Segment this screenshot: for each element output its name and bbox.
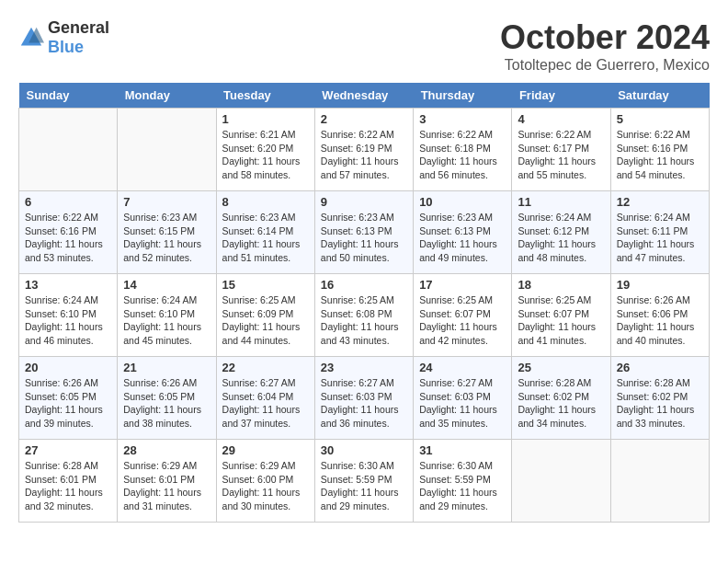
calendar-cell: 13Sunrise: 6:24 AMSunset: 6:10 PMDayligh… (19, 274, 118, 357)
calendar-week-2: 6Sunrise: 6:22 AMSunset: 6:16 PMDaylight… (19, 191, 710, 274)
page-header: General Blue October 2024 Totoltepec de … (18, 18, 710, 74)
day-number: 20 (25, 361, 111, 374)
calendar-cell: 28Sunrise: 6:29 AMSunset: 6:01 PMDayligh… (118, 440, 216, 523)
calendar-cell (512, 440, 610, 523)
cell-content: Sunrise: 6:24 AMSunset: 6:11 PMDaylight:… (617, 211, 703, 265)
calendar-cell: 20Sunrise: 6:26 AMSunset: 6:05 PMDayligh… (19, 357, 118, 440)
cell-content: Sunrise: 6:23 AMSunset: 6:14 PMDaylight:… (222, 211, 309, 265)
calendar-cell: 14Sunrise: 6:24 AMSunset: 6:10 PMDayligh… (118, 274, 216, 357)
cell-content: Sunrise: 6:27 AMSunset: 6:03 PMDaylight:… (321, 376, 407, 431)
location-title: Totoltepec de Guerrero, Mexico (500, 57, 710, 74)
calendar-cell: 18Sunrise: 6:25 AMSunset: 6:07 PMDayligh… (512, 274, 610, 357)
cell-content: Sunrise: 6:25 AMSunset: 6:07 PMDaylight:… (518, 293, 604, 348)
cell-content: Sunrise: 6:23 AMSunset: 6:13 PMDaylight:… (321, 211, 407, 265)
calendar-cell (19, 109, 118, 191)
day-number: 29 (222, 443, 309, 457)
day-number: 22 (222, 361, 309, 374)
cell-content: Sunrise: 6:26 AMSunset: 6:06 PMDaylight:… (617, 293, 703, 348)
day-number: 4 (518, 112, 604, 126)
calendar-cell: 25Sunrise: 6:28 AMSunset: 6:02 PMDayligh… (512, 357, 610, 440)
logo-general: General (48, 18, 109, 37)
calendar-cell: 29Sunrise: 6:29 AMSunset: 6:00 PMDayligh… (216, 440, 314, 523)
weekday-header-wednesday: Wednesday (314, 83, 413, 109)
weekday-header-saturday: Saturday (610, 83, 709, 109)
calendar-week-1: 1Sunrise: 6:21 AMSunset: 6:20 PMDaylight… (19, 109, 710, 191)
day-number: 8 (222, 195, 309, 209)
weekday-header-monday: Monday (118, 83, 216, 109)
calendar-week-3: 13Sunrise: 6:24 AMSunset: 6:10 PMDayligh… (19, 274, 710, 357)
logo-icon (18, 25, 44, 51)
weekday-header-sunday: Sunday (19, 83, 118, 109)
calendar-cell: 4Sunrise: 6:22 AMSunset: 6:17 PMDaylight… (512, 109, 610, 191)
cell-content: Sunrise: 6:28 AMSunset: 6:02 PMDaylight:… (518, 376, 604, 431)
day-number: 2 (321, 112, 407, 126)
logo: General Blue (18, 18, 109, 57)
weekday-header-tuesday: Tuesday (216, 83, 314, 109)
cell-content: Sunrise: 6:28 AMSunset: 6:02 PMDaylight:… (617, 376, 703, 431)
weekday-header-row: SundayMondayTuesdayWednesdayThursdayFrid… (19, 83, 710, 109)
calendar-cell: 9Sunrise: 6:23 AMSunset: 6:13 PMDaylight… (314, 191, 413, 274)
calendar-week-4: 20Sunrise: 6:26 AMSunset: 6:05 PMDayligh… (19, 357, 710, 440)
day-number: 28 (123, 443, 210, 457)
calendar-cell: 11Sunrise: 6:24 AMSunset: 6:12 PMDayligh… (512, 191, 610, 274)
day-number: 23 (321, 361, 407, 374)
day-number: 5 (617, 112, 703, 126)
calendar-cell (610, 440, 709, 523)
calendar-cell: 17Sunrise: 6:25 AMSunset: 6:07 PMDayligh… (414, 274, 512, 357)
day-number: 25 (518, 361, 604, 374)
cell-content: Sunrise: 6:26 AMSunset: 6:05 PMDaylight:… (123, 376, 210, 431)
calendar-cell: 5Sunrise: 6:22 AMSunset: 6:16 PMDaylight… (610, 109, 709, 191)
calendar-cell: 30Sunrise: 6:30 AMSunset: 5:59 PMDayligh… (314, 440, 413, 523)
day-number: 19 (617, 278, 703, 292)
cell-content: Sunrise: 6:28 AMSunset: 6:01 PMDaylight:… (25, 459, 111, 513)
day-number: 18 (518, 278, 604, 292)
cell-content: Sunrise: 6:27 AMSunset: 6:04 PMDaylight:… (222, 376, 309, 431)
calendar-cell: 16Sunrise: 6:25 AMSunset: 6:08 PMDayligh… (314, 274, 413, 357)
cell-content: Sunrise: 6:25 AMSunset: 6:08 PMDaylight:… (321, 293, 407, 348)
cell-content: Sunrise: 6:22 AMSunset: 6:16 PMDaylight:… (25, 211, 111, 265)
cell-content: Sunrise: 6:22 AMSunset: 6:18 PMDaylight:… (419, 128, 506, 182)
calendar-cell: 6Sunrise: 6:22 AMSunset: 6:16 PMDaylight… (19, 191, 118, 274)
cell-content: Sunrise: 6:29 AMSunset: 6:00 PMDaylight:… (222, 459, 309, 513)
calendar-cell: 24Sunrise: 6:27 AMSunset: 6:03 PMDayligh… (414, 357, 512, 440)
day-number: 10 (419, 195, 506, 209)
weekday-header-friday: Friday (512, 83, 610, 109)
calendar-cell (118, 109, 216, 191)
cell-content: Sunrise: 6:21 AMSunset: 6:20 PMDaylight:… (222, 128, 309, 182)
cell-content: Sunrise: 6:26 AMSunset: 6:05 PMDaylight:… (25, 376, 111, 431)
calendar-cell: 23Sunrise: 6:27 AMSunset: 6:03 PMDayligh… (314, 357, 413, 440)
calendar-week-5: 27Sunrise: 6:28 AMSunset: 6:01 PMDayligh… (19, 440, 710, 523)
weekday-header-thursday: Thursday (414, 83, 512, 109)
day-number: 7 (123, 195, 210, 209)
day-number: 17 (419, 278, 506, 292)
day-number: 3 (419, 112, 506, 126)
calendar-cell: 31Sunrise: 6:30 AMSunset: 5:59 PMDayligh… (414, 440, 512, 523)
day-number: 27 (25, 443, 111, 457)
day-number: 9 (321, 195, 407, 209)
cell-content: Sunrise: 6:29 AMSunset: 6:01 PMDaylight:… (123, 459, 210, 513)
logo-blue: Blue (48, 38, 84, 56)
day-number: 15 (222, 278, 309, 292)
calendar-cell: 7Sunrise: 6:23 AMSunset: 6:15 PMDaylight… (118, 191, 216, 274)
day-number: 31 (419, 443, 506, 457)
day-number: 11 (518, 195, 604, 209)
logo-text: General Blue (48, 18, 109, 57)
calendar-cell: 2Sunrise: 6:22 AMSunset: 6:19 PMDaylight… (314, 109, 413, 191)
cell-content: Sunrise: 6:23 AMSunset: 6:15 PMDaylight:… (123, 211, 210, 265)
calendar-cell: 21Sunrise: 6:26 AMSunset: 6:05 PMDayligh… (118, 357, 216, 440)
title-section: October 2024 Totoltepec de Guerrero, Mex… (500, 18, 710, 74)
calendar-cell: 10Sunrise: 6:23 AMSunset: 6:13 PMDayligh… (414, 191, 512, 274)
cell-content: Sunrise: 6:24 AMSunset: 6:10 PMDaylight:… (25, 293, 111, 348)
day-number: 1 (222, 112, 309, 126)
day-number: 6 (25, 195, 111, 209)
cell-content: Sunrise: 6:22 AMSunset: 6:16 PMDaylight:… (617, 128, 703, 182)
day-number: 26 (617, 361, 703, 374)
day-number: 24 (419, 361, 506, 374)
day-number: 30 (321, 443, 407, 457)
calendar-table: SundayMondayTuesdayWednesdayThursdayFrid… (18, 83, 710, 523)
cell-content: Sunrise: 6:23 AMSunset: 6:13 PMDaylight:… (419, 211, 506, 265)
cell-content: Sunrise: 6:24 AMSunset: 6:12 PMDaylight:… (518, 211, 604, 265)
calendar-cell: 1Sunrise: 6:21 AMSunset: 6:20 PMDaylight… (216, 109, 314, 191)
cell-content: Sunrise: 6:25 AMSunset: 6:07 PMDaylight:… (419, 293, 506, 348)
cell-content: Sunrise: 6:22 AMSunset: 6:17 PMDaylight:… (518, 128, 604, 182)
